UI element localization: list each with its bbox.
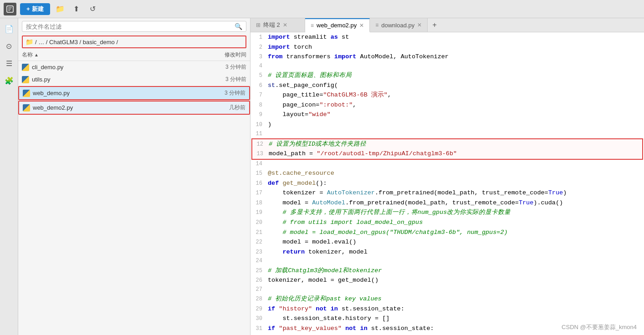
breadcrumb[interactable]: 📁 / … / ChatGLM3 / basic_demo /	[22, 36, 246, 48]
col-time-header: 修改时间	[210, 51, 246, 59]
file-name: cli_demo.py	[32, 64, 210, 71]
code-line: 19 # 多显卡支持，使用下面两行代替上面一行，将num_gpus改为你实际的显…	[250, 208, 644, 218]
editor-area: ⊞ 终端 2 ✕ ≡ web_demo2.py ✕ Trom ≡ downloa…	[250, 18, 644, 335]
list-item[interactable]: cli_demo.py 3 分钟前	[18, 61, 250, 73]
code-line: 10 )	[250, 120, 644, 130]
code-line: 29 if "history" not in st.session_state:	[250, 304, 644, 314]
folder-icon: 📁	[26, 38, 33, 46]
code-line: 4	[250, 62, 644, 71]
code-line: 8 page_icon=":robot:",	[250, 100, 644, 110]
code-line: 23 return tokenizer, model	[250, 247, 644, 257]
close-tab-icon[interactable]: ✕	[417, 22, 422, 28]
file-name: web_demo2.py	[33, 104, 209, 111]
code-line: 11	[250, 130, 644, 138]
code-line: 30 st.session_state.history = []	[250, 314, 644, 324]
sort-icon: ▲	[34, 52, 39, 57]
file-icon: ≡	[375, 22, 378, 28]
list-item[interactable]: web_demo.py 3 分钟前	[18, 86, 250, 100]
tab-label: 终端 2	[263, 21, 280, 29]
code-line: 5 # 设置页面标题、图标和布局	[250, 71, 644, 81]
code-line: 31 if "past_key_values" not in st.sessio…	[250, 324, 644, 334]
code-editor[interactable]: 1 import streamlit as st 2 import torch …	[250, 32, 644, 335]
add-tab-button[interactable]: +	[428, 18, 441, 32]
code-line: 22 model = model.eval()	[250, 237, 644, 247]
code-line: 26 tokenizer, model = get_model()	[250, 275, 644, 285]
code-line: 17 tokenizer = AutoTokenizer.from_pretra…	[250, 188, 644, 198]
file-name: web_demo.py	[33, 90, 209, 96]
code-line: 13 model_path = "/root/autodl-tmp/ZhipuA…	[252, 149, 642, 159]
list-item[interactable]: web_demo2.py 几秒前	[18, 101, 250, 115]
code-line: 3 from transformers import AutoModel, Au…	[250, 52, 644, 62]
file-time: 3 分钟前	[210, 76, 246, 83]
sidebar-search-icon[interactable]: ⊙	[2, 39, 16, 53]
python-icon	[22, 76, 29, 83]
list-item[interactable]: utils.py 3 分钟前	[18, 73, 250, 86]
code-line: 16 def get_model():	[250, 178, 644, 188]
refresh-button[interactable]: ↺	[87, 3, 99, 15]
tab-download[interactable]: ≡ download.py ✕	[370, 18, 428, 32]
code-line: 6 st.set_page_config(	[250, 81, 644, 91]
search-icon: 🔍	[235, 23, 242, 30]
code-line: 18 model = AutoModel.from_pretrained(mod…	[250, 198, 644, 208]
code-line: 2 import torch	[250, 42, 644, 52]
python-icon	[22, 64, 29, 71]
sidebar-extensions-icon[interactable]: 🧩	[2, 74, 16, 87]
code-line: 15 @st.cache_resource	[250, 168, 644, 178]
tab-label: web_demo2.py	[317, 22, 357, 29]
file-name: utils.py	[32, 76, 210, 83]
sidebar-files-icon[interactable]: 📄	[2, 22, 16, 36]
tab-terminal[interactable]: ⊞ 终端 2 ✕	[250, 18, 305, 32]
terminal-icon: ⊞	[256, 22, 261, 28]
breadcrumb-text: / … / ChatGLM3 / basic_demo /	[35, 39, 118, 46]
close-tab-icon[interactable]: ✕	[283, 22, 287, 28]
file-list-header: 名称 ▲ 修改时间	[18, 49, 250, 61]
code-line: 32 st.session_state.past_key_values = No…	[250, 333, 644, 335]
code-line: 9 layout="wide"	[250, 110, 644, 120]
col-name-header[interactable]: 名称 ▲	[22, 51, 210, 59]
code-line: 25 # 加载Chatglm3的model和tokenizer	[250, 266, 644, 276]
file-icon: ≡	[311, 22, 314, 29]
close-tab-icon[interactable]: ✕	[359, 22, 364, 29]
python-icon	[23, 90, 30, 97]
code-line: 28 # 初始化历史记录和past key values	[250, 294, 644, 304]
file-panel: 🔍 📁 / … / ChatGLM3 / basic_demo / 名称 ▲ 修…	[18, 18, 250, 335]
tab-bar: ⊞ 终端 2 ✕ ≡ web_demo2.py ✕ Trom ≡ downloa…	[250, 18, 644, 32]
top-bar: + 新建 📁 ⬆ ↺	[0, 0, 644, 18]
code-line: 27	[250, 285, 644, 294]
search-box[interactable]: 🔍	[22, 21, 246, 32]
new-button[interactable]: + 新建	[20, 3, 50, 15]
sidebar-menu-icon[interactable]: ☰	[2, 56, 16, 70]
tab-label: download.py	[381, 22, 414, 29]
code-line: 14	[250, 160, 644, 168]
code-line: 1 import streamlit as st	[250, 32, 644, 42]
folder-button[interactable]: 📁	[54, 3, 66, 15]
upload-button[interactable]: ⬆	[70, 3, 83, 15]
search-input[interactable]	[26, 23, 235, 30]
file-time: 3 分钟前	[210, 63, 246, 71]
code-line: 20 # from utils import load_model_on_gpu…	[250, 218, 644, 228]
app-icon	[4, 3, 16, 15]
highlight-region: 12 # 设置为模型ID或本地文件夹路径 13 model_path = "/r…	[251, 138, 643, 160]
tab-web-demo2[interactable]: ≡ web_demo2.py ✕	[305, 18, 370, 32]
code-line: 12 # 设置为模型ID或本地文件夹路径	[252, 139, 642, 149]
code-line: 24	[250, 257, 644, 265]
file-list: cli_demo.py 3 分钟前 utils.py 3 分钟前 web_dem…	[18, 61, 250, 335]
code-line: 7 page_title="ChatGLM3-6B 演示",	[250, 90, 644, 100]
code-line: 21 # model = load_model_on_gpus("THUDM/c…	[250, 228, 644, 238]
python-icon	[23, 104, 30, 112]
file-time: 3 分钟前	[209, 89, 245, 97]
file-time: 几秒前	[209, 104, 245, 112]
left-sidebar: 📄 ⊙ ☰ 🧩	[0, 18, 18, 335]
